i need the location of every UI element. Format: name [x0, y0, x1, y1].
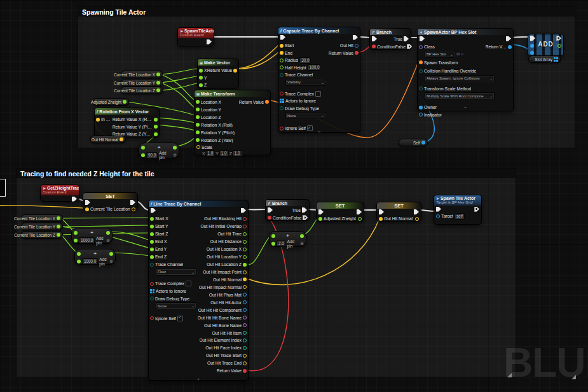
location-y-pin[interactable]	[196, 108, 200, 111]
transform-scale-method-dropdown[interactable]: Multiply Scale With Root Component Scale…	[425, 92, 495, 99]
node-array-add[interactable]: ADD	[528, 34, 564, 56]
spawn-transform-pin[interactable]	[419, 60, 423, 64]
trace-channel-dropdown[interactable]: Visibility⌄	[285, 79, 326, 86]
return-value-y-pitch--pin[interactable]	[154, 125, 158, 129]
node-capsule-trace-by-channel[interactable]: f Capsule Trace By Channel StartEndRadiu…	[278, 27, 360, 133]
end-z-pin[interactable]	[150, 255, 154, 259]
node-make-vector[interactable]: ⊞ Make Vector XYZ Return Value	[197, 59, 239, 88]
location-x-pin[interactable]	[196, 100, 200, 104]
vector-in-pin[interactable]	[85, 207, 89, 211]
draw-debug-type-dropdown[interactable]: None⌄	[156, 302, 196, 309]
exec-in-pin[interactable]	[436, 207, 441, 212]
out-hit-normal-pin[interactable]	[243, 277, 247, 281]
float-in-pin[interactable]	[74, 239, 78, 242]
exec-out-pin[interactable]	[353, 35, 358, 40]
float-pin[interactable]	[156, 88, 160, 92]
draw-debug-type-pin[interactable]	[280, 106, 284, 110]
rotation-x-roll--pin[interactable]	[196, 123, 200, 127]
out-hit-impact-point-pin[interactable]	[243, 270, 247, 274]
array-target-pin[interactable]	[530, 44, 534, 48]
out-hit-location-z-pin[interactable]	[243, 263, 247, 267]
trace-channel-dropdown[interactable]: Floor⌄	[156, 269, 196, 276]
node-rotation-from-x-vector[interactable]: f Rotation From X Vector In Vec Return V…	[94, 108, 160, 137]
float-pin[interactable]	[57, 225, 60, 228]
scale-pin[interactable]	[196, 145, 200, 149]
expand-chevron-icon[interactable]: ⌄	[196, 376, 201, 381]
out-hit-initial-overlap-pin[interactable]	[243, 225, 247, 228]
draw-debug-type-dropdown[interactable]: None⌄	[285, 112, 326, 119]
float-in-pin[interactable]	[271, 242, 275, 246]
false-exec-pin[interactable]	[407, 44, 412, 49]
exec-in-pin[interactable]	[372, 36, 377, 41]
add-pin-label[interactable]: Add pin	[287, 239, 299, 248]
out-hit-location-y-pin[interactable]	[243, 255, 247, 259]
out-hit-pin[interactable]	[355, 44, 359, 48]
end-pin[interactable]	[280, 51, 284, 55]
half-height-pin[interactable]	[280, 66, 284, 69]
in-vec-pin[interactable]	[96, 118, 100, 122]
vector-out-pin[interactable]	[415, 217, 419, 221]
var-get-self[interactable]: Self	[399, 139, 428, 146]
float-in-pin[interactable]	[141, 146, 145, 150]
exec-out-pin[interactable]	[357, 209, 362, 214]
condition-pin[interactable]	[372, 45, 376, 48]
node-spawnactor-bp-hex-slot[interactable]: ✦ SpawnActor BP Hex Slot ClassBP Hex Slo…	[417, 28, 514, 111]
exec-in-pin[interactable]	[379, 209, 384, 214]
float-pin[interactable]	[123, 100, 126, 104]
comment-title[interactable]: Tracing to find needed Z Height for the …	[17, 169, 516, 178]
instigator-pin[interactable]	[419, 113, 423, 116]
out-hit-distance-pin[interactable]	[243, 240, 247, 244]
object-pin[interactable]	[421, 141, 425, 144]
trace-complex-pin[interactable]	[280, 92, 284, 95]
value-box[interactable]: 1000.0	[79, 237, 95, 244]
add-pin-icon[interactable]: ⊕	[173, 153, 177, 158]
collision-handling-override-dropdown[interactable]: Always Spawn, Ignore Collisions⌄	[425, 75, 495, 82]
exec-in-pin[interactable]	[420, 36, 425, 41]
trace-complex-checkbox[interactable]	[186, 281, 191, 286]
node-add-float-2[interactable]: + 2.0 Add pin ⊕	[269, 231, 306, 247]
add-pin-label[interactable]: Add pin	[96, 236, 105, 245]
var-get-out-hit-normal[interactable]: Out Hit Normal	[90, 136, 126, 143]
ignore-self-checkbox[interactable]	[307, 125, 313, 131]
comment-resize-handle[interactable]	[571, 375, 576, 379]
start-z-pin[interactable]	[150, 232, 154, 236]
exec-in-pin[interactable]	[530, 36, 535, 41]
out-hit-bone-name-pin[interactable]	[243, 323, 247, 327]
float-out-pin[interactable]	[106, 231, 110, 235]
node-add-float-1000-b[interactable]: + 1000.0 Add pin ⊕	[74, 249, 116, 265]
out-hit-trace-end-pin[interactable]	[243, 361, 247, 365]
out-hit-face-index-pin[interactable]	[243, 346, 247, 350]
exec-in-pin[interactable]	[280, 35, 285, 40]
radius-value[interactable]: 30.0	[299, 57, 311, 64]
add-pin-icon[interactable]: ⊕	[109, 259, 113, 264]
exec-out-pin[interactable]	[474, 207, 479, 212]
true-exec-pin[interactable]	[302, 207, 307, 213]
expand-chevron-icon[interactable]: ⌄	[317, 129, 322, 133]
exec-out-pin[interactable]	[414, 209, 419, 214]
return-value-pin[interactable]	[355, 51, 359, 55]
return-value-pin[interactable]	[508, 45, 512, 49]
z-pin[interactable]	[199, 83, 203, 87]
exec-in-pin[interactable]	[85, 200, 90, 205]
return-value-x-roll--pin[interactable]	[154, 118, 158, 122]
array-pin[interactable]	[554, 57, 558, 62]
out-hit-blocking-hit-pin[interactable]	[243, 217, 247, 221]
float-in-pin[interactable]	[77, 260, 81, 263]
x-pin[interactable]	[199, 69, 203, 73]
trace-complex-pin[interactable]	[150, 282, 154, 286]
float-out-pin[interactable]	[300, 234, 304, 238]
node-set-current-tile-location[interactable]: SET Current Tile Location	[83, 192, 138, 210]
var-get-current-tile-location-x[interactable]: Current Tile Location X	[21, 214, 63, 222]
exec-out-pin[interactable]	[556, 36, 561, 41]
use-selected-icon[interactable]: ⊙	[456, 52, 460, 57]
float-in-pin[interactable]	[77, 252, 81, 256]
node-spawn-tile-actor-call[interactable]: ➤ Spawn Tile Actor Target is BP Hex Grid…	[434, 195, 482, 225]
var-get-slot-array[interactable]: Slot Array	[528, 55, 561, 63]
node-line-trace-by-channel[interactable]: f Line Trace By Channel Start XStart YSt…	[148, 200, 249, 381]
trace-complex-checkbox[interactable]	[315, 91, 321, 97]
node-add-float-90[interactable]: + 90.0 Add pin ⊕	[139, 143, 179, 158]
y-pin[interactable]	[199, 76, 203, 80]
comment-title[interactable]: Spawning Tile Actor	[78, 7, 575, 17]
end-y-pin[interactable]	[150, 248, 154, 251]
add-pin-label[interactable]: Add pin	[99, 257, 108, 266]
